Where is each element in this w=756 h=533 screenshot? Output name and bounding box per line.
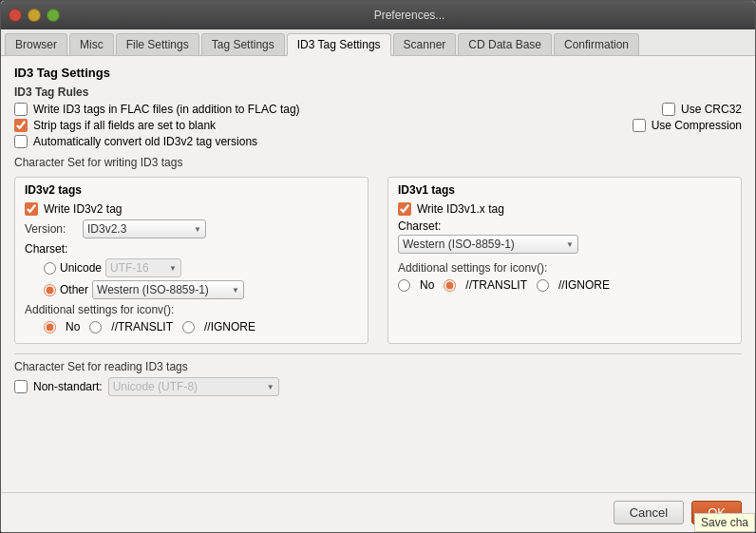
write-flac-checkbox[interactable] bbox=[14, 103, 28, 116]
non-standard-select-wrapper: Unicode (UTF-8) Western (ISO-8859-1) bbox=[108, 377, 279, 396]
id3-columns: ID3v2 tags Write ID3v2 tag Version: ID3v… bbox=[14, 177, 742, 344]
iconv-no-label-v1: No bbox=[420, 278, 434, 292]
maximize-button[interactable] bbox=[47, 9, 60, 22]
write-id3v2-row: Write ID3v2 tag bbox=[25, 202, 358, 216]
additional-label-v1: Additional settings for iconv(): bbox=[398, 261, 731, 275]
iconv-translit-label-v2: //TRANSLIT bbox=[111, 320, 173, 333]
tab-file-settings[interactable]: File Settings bbox=[116, 33, 199, 55]
iconv-radios-v2: No //TRANSLIT //IGNORE bbox=[44, 320, 358, 333]
tab-browser[interactable]: Browser bbox=[5, 33, 67, 55]
use-compression-checkbox[interactable] bbox=[633, 119, 646, 132]
use-compression-label: Use Compression bbox=[652, 119, 742, 132]
window-title: Preferences... bbox=[71, 9, 747, 22]
iconv-ignore-radio-v2[interactable] bbox=[182, 321, 195, 333]
cancel-button[interactable]: Cancel bbox=[614, 501, 684, 524]
write-flac-label: Write ID3 tags in FLAC files (in additio… bbox=[33, 103, 300, 116]
unicode-select[interactable]: UTF-16 bbox=[105, 258, 181, 277]
minimize-button[interactable] bbox=[28, 9, 41, 22]
title-bar: Preferences... bbox=[1, 1, 755, 29]
tab-cd-data-base[interactable]: CD Data Base bbox=[458, 33, 552, 55]
write-id3v1-checkbox[interactable] bbox=[398, 202, 411, 216]
id3v2-group: ID3v2 tags Write ID3v2 tag Version: ID3v… bbox=[14, 177, 369, 344]
iconv-no-radio-v1[interactable] bbox=[398, 279, 410, 292]
tab-tag-settings[interactable]: Tag Settings bbox=[201, 33, 285, 55]
non-standard-row: Non-standart: Unicode (UTF-8) Western (I… bbox=[14, 377, 742, 396]
charset-read-label: Character Set for reading ID3 tags bbox=[14, 360, 742, 373]
tab-confirmation[interactable]: Confirmation bbox=[554, 33, 639, 55]
iconv-ignore-label-v1: //IGNORE bbox=[558, 278, 610, 292]
write-id3v2-label: Write ID3v2 tag bbox=[44, 202, 122, 216]
iconv-no-label-v2: No bbox=[66, 320, 80, 333]
tab-bar: Browser Misc File Settings Tag Settings … bbox=[1, 29, 755, 56]
strip-tags-checkbox[interactable] bbox=[14, 119, 28, 132]
use-crc32-label: Use CRC32 bbox=[681, 103, 742, 116]
main-content: ID3 Tag Settings ID3 Tag Rules Write ID3… bbox=[1, 56, 755, 492]
write-id3v2-checkbox[interactable] bbox=[25, 202, 38, 216]
other-radio-row: Other Western (ISO-8859-1) UTF-8 UTF-16 bbox=[44, 280, 358, 299]
charset-write-label: Character Set for writing ID3 tags bbox=[14, 156, 742, 169]
charset-label-v1: Charset: bbox=[398, 219, 731, 233]
rules-group-label: ID3 Tag Rules bbox=[14, 86, 742, 99]
charset-v1-select[interactable]: Western (ISO-8859-1) UTF-8 UTF-16 bbox=[398, 235, 578, 254]
iconv-ignore-label-v2: //IGNORE bbox=[204, 320, 255, 333]
use-crc32-checkbox[interactable] bbox=[662, 103, 675, 116]
main-section-title: ID3 Tag Settings bbox=[14, 66, 742, 80]
auto-convert-label: Automatically convert old ID3v2 tag vers… bbox=[33, 135, 257, 148]
non-standard-label: Non-standart: bbox=[33, 380, 103, 393]
id3v2-group-title: ID3v2 tags bbox=[25, 183, 358, 197]
unicode-select-wrapper: UTF-16 bbox=[105, 258, 181, 277]
additional-label-v2: Additional settings for iconv(): bbox=[25, 303, 358, 316]
tab-scanner[interactable]: Scanner bbox=[393, 33, 457, 55]
strip-tags-label: Strip tags if all fields are set to blan… bbox=[33, 119, 216, 132]
auto-convert-checkbox[interactable] bbox=[14, 135, 28, 148]
save-tooltip: Save cha bbox=[694, 513, 755, 532]
reading-section: Character Set for reading ID3 tags Non-s… bbox=[14, 353, 742, 396]
unicode-radio-label: Unicode bbox=[60, 261, 102, 275]
id3v1-group: ID3v1 tags Write ID3v1.x tag Charset: We… bbox=[387, 177, 742, 344]
other-radio-label: Other bbox=[60, 283, 88, 296]
charset-v1-select-wrapper: Western (ISO-8859-1) UTF-8 UTF-16 bbox=[398, 235, 578, 254]
iconv-translit-label-v1: //TRANSLIT bbox=[465, 278, 527, 292]
auto-convert-row: Automatically convert old ID3v2 tag vers… bbox=[14, 135, 742, 148]
iconv-ignore-radio-v1[interactable] bbox=[537, 279, 549, 292]
tab-misc[interactable]: Misc bbox=[69, 33, 114, 55]
unicode-radio-row: Unicode UTF-16 bbox=[44, 258, 358, 277]
other-select[interactable]: Western (ISO-8859-1) UTF-8 UTF-16 bbox=[92, 280, 244, 299]
write-id3v1-label: Write ID3v1.x tag bbox=[417, 202, 504, 216]
footer: Cancel OK Save cha bbox=[1, 492, 755, 532]
preferences-window: Preferences... Browser Misc File Setting… bbox=[0, 0, 756, 533]
close-button[interactable] bbox=[9, 9, 22, 22]
strip-tags-row: Strip tags if all fields are set to blan… bbox=[14, 119, 742, 132]
other-select-wrapper: Western (ISO-8859-1) UTF-8 UTF-16 bbox=[92, 280, 244, 299]
version-select[interactable]: ID3v2.3 ID3v2.4 ID3v2.2 bbox=[83, 219, 206, 238]
non-standard-select[interactable]: Unicode (UTF-8) Western (ISO-8859-1) bbox=[108, 377, 279, 396]
other-radio[interactable] bbox=[44, 284, 56, 296]
non-standard-checkbox[interactable] bbox=[14, 380, 28, 393]
iconv-radios-v1: No //TRANSLIT //IGNORE bbox=[398, 278, 731, 292]
iconv-no-radio-v2[interactable] bbox=[44, 321, 56, 333]
id3v1-group-title: ID3v1 tags bbox=[398, 183, 731, 197]
tab-id3-tag-settings[interactable]: ID3 Tag Settings bbox=[287, 33, 391, 56]
version-select-wrapper: ID3v2.3 ID3v2.4 ID3v2.2 bbox=[83, 219, 206, 238]
unicode-radio[interactable] bbox=[44, 262, 56, 275]
iconv-translit-radio-v2[interactable] bbox=[89, 321, 102, 333]
iconv-translit-radio-v1[interactable] bbox=[444, 279, 456, 292]
charset-label-v2: Charset: bbox=[25, 242, 358, 256]
write-flac-row: Write ID3 tags in FLAC files (in additio… bbox=[14, 103, 742, 116]
write-id3v1-row: Write ID3v1.x tag bbox=[398, 202, 731, 216]
version-label: Version: bbox=[25, 222, 77, 236]
version-row: Version: ID3v2.3 ID3v2.4 ID3v2.2 bbox=[25, 219, 358, 238]
